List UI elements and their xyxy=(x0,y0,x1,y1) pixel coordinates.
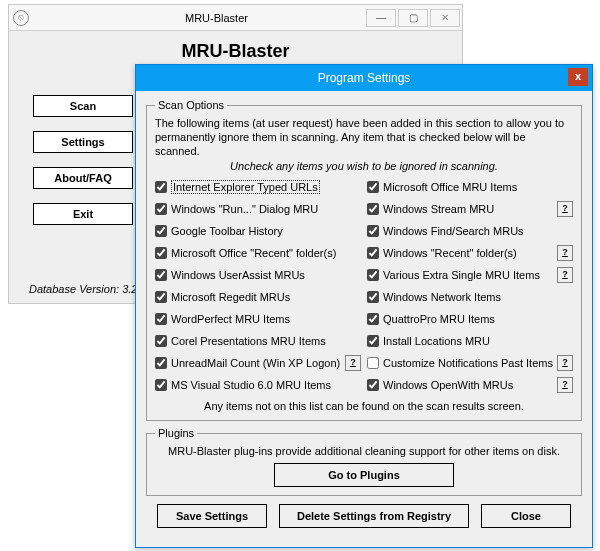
scan-options-legend: Scan Options xyxy=(155,99,227,111)
scan-option-checkbox[interactable] xyxy=(155,379,167,391)
scan-option-label: Customize Notifications Past Items xyxy=(383,357,553,369)
scan-options-sub: Uncheck any items you wish to be ignored… xyxy=(155,160,573,172)
scan-option-checkbox[interactable] xyxy=(155,269,167,281)
scan-option: Windows "Recent" folder(s)? xyxy=(367,244,573,262)
delete-settings-button[interactable]: Delete Settings from Registry xyxy=(279,504,469,528)
scan-option-checkbox[interactable] xyxy=(155,181,167,193)
help-icon[interactable]: ? xyxy=(557,201,573,217)
scan-option: Windows "Run..." Dialog MRU xyxy=(155,200,361,218)
scan-option-checkbox[interactable] xyxy=(155,247,167,259)
close-icon[interactable]: x xyxy=(568,68,588,86)
scan-option: UnreadMail Count (Win XP Logon)? xyxy=(155,354,361,372)
scan-option: Microsoft Office MRU Items xyxy=(367,178,573,196)
scan-option-label: Corel Presentations MRU Items xyxy=(171,335,326,347)
minimize-button[interactable]: — xyxy=(366,9,396,27)
scan-option-label: Windows "Recent" folder(s) xyxy=(383,247,517,259)
scan-option-label: Internet Explorer Typed URLs xyxy=(171,180,320,194)
maximize-button[interactable]: ▢ xyxy=(398,9,428,27)
settings-title: Program Settings xyxy=(318,71,411,85)
scan-option-label: Windows Network Items xyxy=(383,291,501,303)
scan-option: MS Visual Studio 6.0 MRU Items xyxy=(155,376,361,394)
scan-options-footnote: Any items not on this list can be found … xyxy=(155,400,573,412)
scan-option-checkbox[interactable] xyxy=(367,313,379,325)
about-button[interactable]: About/FAQ xyxy=(33,167,133,189)
scan-option-checkbox[interactable] xyxy=(367,247,379,259)
scan-option: Windows Network Items xyxy=(367,288,573,306)
plugins-group: Plugins MRU-Blaster plug-ins provide add… xyxy=(146,427,582,496)
settings-titlebar: Program Settings x xyxy=(136,65,592,91)
scan-option-label: Windows Stream MRU xyxy=(383,203,494,215)
scan-option: Windows OpenWith MRUs? xyxy=(367,376,573,394)
help-icon[interactable]: ? xyxy=(345,355,361,371)
scan-option-checkbox[interactable] xyxy=(155,225,167,237)
settings-button[interactable]: Settings xyxy=(33,131,133,153)
goto-plugins-button[interactable]: Go to Plugins xyxy=(274,463,454,487)
scan-option: Customize Notifications Past Items? xyxy=(367,354,573,372)
scan-button[interactable]: Scan xyxy=(33,95,133,117)
help-icon[interactable]: ? xyxy=(557,245,573,261)
main-sidebar: Scan Settings About/FAQ Exit xyxy=(33,95,133,225)
scan-option-label: Windows UserAssist MRUs xyxy=(171,269,305,281)
scan-option: Windows Stream MRU? xyxy=(367,200,573,218)
scan-option-label: Google Toolbar History xyxy=(171,225,283,237)
save-settings-button[interactable]: Save Settings xyxy=(157,504,267,528)
scan-option: Windows UserAssist MRUs xyxy=(155,266,361,284)
scan-option-label: Windows "Run..." Dialog MRU xyxy=(171,203,318,215)
scan-option-checkbox[interactable] xyxy=(155,291,167,303)
scan-option: WordPerfect MRU Items xyxy=(155,310,361,328)
scan-option-checkbox[interactable] xyxy=(367,225,379,237)
plugins-text: MRU-Blaster plug-ins provide additional … xyxy=(155,445,573,457)
scan-options-intro: The following items (at user request) ha… xyxy=(155,117,573,158)
scan-option-label: Microsoft Office "Recent" folder(s) xyxy=(171,247,336,259)
scan-option: Corel Presentations MRU Items xyxy=(155,332,361,350)
scan-option: Windows Find/Search MRUs xyxy=(367,222,573,240)
scan-option-checkbox[interactable] xyxy=(367,269,379,281)
scan-option: Install Locations MRU xyxy=(367,332,573,350)
scan-option-checkbox[interactable] xyxy=(367,335,379,347)
scan-option-checkbox[interactable] xyxy=(367,357,379,369)
scan-option-checkbox[interactable] xyxy=(155,313,167,325)
scan-option-checkbox[interactable] xyxy=(367,379,379,391)
main-titlebar: ⦸ MRU-Blaster — ▢ ✕ xyxy=(9,5,462,31)
scan-option: Microsoft Office "Recent" folder(s) xyxy=(155,244,361,262)
scan-options-group: Scan Options The following items (at use… xyxy=(146,99,582,421)
scan-option-checkbox[interactable] xyxy=(155,335,167,347)
scan-option-label: UnreadMail Count (Win XP Logon) xyxy=(171,357,340,369)
scan-option-checkbox[interactable] xyxy=(155,357,167,369)
scan-option: Google Toolbar History xyxy=(155,222,361,240)
plugins-legend: Plugins xyxy=(155,427,197,439)
exit-button[interactable]: Exit xyxy=(33,203,133,225)
scan-option-checkbox[interactable] xyxy=(155,203,167,215)
main-window-title: MRU-Blaster xyxy=(185,12,248,24)
scan-option: Microsoft Regedit MRUs xyxy=(155,288,361,306)
scan-option: Various Extra Single MRU Items? xyxy=(367,266,573,284)
help-icon[interactable]: ? xyxy=(557,377,573,393)
help-icon[interactable]: ? xyxy=(557,267,573,283)
scan-option-checkbox[interactable] xyxy=(367,291,379,303)
app-icon: ⦸ xyxy=(13,10,29,26)
scan-options-grid: Internet Explorer Typed URLsMicrosoft Of… xyxy=(155,178,573,394)
scan-option-label: Install Locations MRU xyxy=(383,335,490,347)
scan-option-checkbox[interactable] xyxy=(367,181,379,193)
scan-option-label: MS Visual Studio 6.0 MRU Items xyxy=(171,379,331,391)
scan-option-label: Microsoft Office MRU Items xyxy=(383,181,517,193)
settings-bottom-row: Save Settings Delete Settings from Regis… xyxy=(146,504,582,528)
help-icon[interactable]: ? xyxy=(557,355,573,371)
scan-option-label: Various Extra Single MRU Items xyxy=(383,269,540,281)
scan-option-checkbox[interactable] xyxy=(367,203,379,215)
close-window-button[interactable]: ✕ xyxy=(430,9,460,27)
settings-dialog: Program Settings x Scan Options The foll… xyxy=(135,64,593,548)
close-settings-button[interactable]: Close xyxy=(481,504,571,528)
scan-option-label: QuattroPro MRU Items xyxy=(383,313,495,325)
scan-option-label: WordPerfect MRU Items xyxy=(171,313,290,325)
scan-option-label: Microsoft Regedit MRUs xyxy=(171,291,290,303)
scan-option-label: Windows Find/Search MRUs xyxy=(383,225,524,237)
scan-option-label: Windows OpenWith MRUs xyxy=(383,379,513,391)
scan-option: QuattroPro MRU Items xyxy=(367,310,573,328)
main-header: MRU-Blaster xyxy=(9,31,462,66)
scan-option: Internet Explorer Typed URLs xyxy=(155,178,361,196)
